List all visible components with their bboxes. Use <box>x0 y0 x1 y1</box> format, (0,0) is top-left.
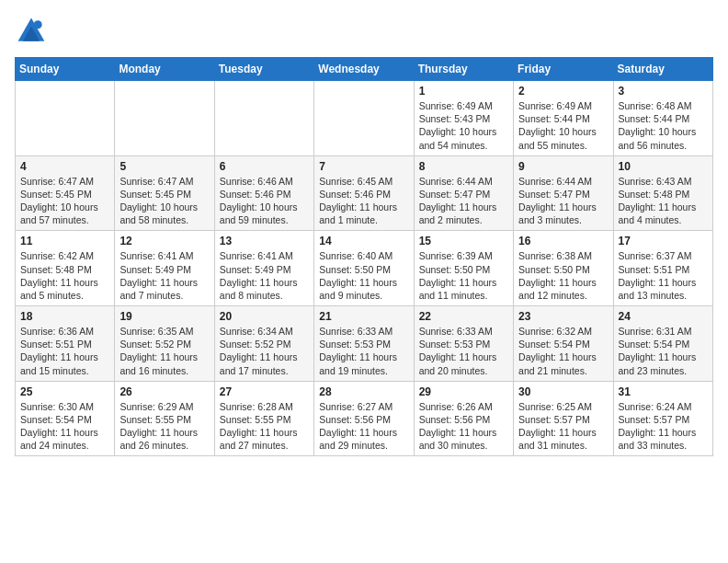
day-number: 13 <box>220 235 309 247</box>
day-info: Sunrise: 6:26 AM Sunset: 5:56 PM Dayligh… <box>419 400 508 453</box>
calendar-table: SundayMondayTuesdayWednesdayThursdayFrid… <box>15 57 713 456</box>
day-info: Sunrise: 6:29 AM Sunset: 5:55 PM Dayligh… <box>119 400 209 453</box>
day-number: 7 <box>319 160 408 173</box>
calendar-cell: 24Sunrise: 6:31 AM Sunset: 5:54 PM Dayli… <box>613 306 712 382</box>
day-info: Sunrise: 6:28 AM Sunset: 5:55 PM Dayligh… <box>220 400 309 453</box>
calendar-header-row: SundayMondayTuesdayWednesdayThursdayFrid… <box>16 58 713 81</box>
day-info: Sunrise: 6:33 AM Sunset: 5:53 PM Dayligh… <box>419 325 508 377</box>
calendar-cell: 6Sunrise: 6:46 AM Sunset: 5:46 PM Daylig… <box>214 155 313 231</box>
day-number: 4 <box>20 160 109 173</box>
calendar-cell <box>314 81 414 156</box>
day-info: Sunrise: 6:49 AM Sunset: 5:44 PM Dayligh… <box>518 99 608 152</box>
day-number: 8 <box>419 160 508 173</box>
day-number: 31 <box>619 385 708 398</box>
calendar-cell: 29Sunrise: 6:26 AM Sunset: 5:56 PM Dayli… <box>414 381 513 456</box>
calendar-cell: 8Sunrise: 6:44 AM Sunset: 5:47 PM Daylig… <box>414 155 513 231</box>
calendar-cell: 15Sunrise: 6:39 AM Sunset: 5:50 PM Dayli… <box>414 231 513 306</box>
calendar-cell: 9Sunrise: 6:44 AM Sunset: 5:47 PM Daylig… <box>514 155 613 231</box>
day-info: Sunrise: 6:47 AM Sunset: 5:45 PM Dayligh… <box>20 175 109 227</box>
calendar-cell: 25Sunrise: 6:30 AM Sunset: 5:54 PM Dayli… <box>16 381 115 456</box>
calendar-cell: 22Sunrise: 6:33 AM Sunset: 5:53 PM Dayli… <box>414 306 513 382</box>
calendar-cell: 10Sunrise: 6:43 AM Sunset: 5:48 PM Dayli… <box>613 155 712 231</box>
column-header-sunday: Sunday <box>16 58 115 81</box>
day-number: 20 <box>220 310 309 323</box>
svg-point-2 <box>34 20 42 29</box>
day-info: Sunrise: 6:35 AM Sunset: 5:52 PM Dayligh… <box>119 325 209 377</box>
day-info: Sunrise: 6:32 AM Sunset: 5:54 PM Dayligh… <box>518 325 608 377</box>
calendar-week-5: 25Sunrise: 6:30 AM Sunset: 5:54 PM Dayli… <box>16 381 713 456</box>
calendar-cell: 17Sunrise: 6:37 AM Sunset: 5:51 PM Dayli… <box>613 231 712 306</box>
day-info: Sunrise: 6:34 AM Sunset: 5:52 PM Dayligh… <box>220 325 309 377</box>
day-number: 17 <box>619 235 708 247</box>
day-number: 11 <box>20 235 109 247</box>
day-number: 15 <box>419 235 508 247</box>
day-info: Sunrise: 6:36 AM Sunset: 5:51 PM Dayligh… <box>20 325 109 377</box>
calendar-cell <box>115 81 214 156</box>
day-number: 18 <box>20 310 109 323</box>
day-number: 22 <box>419 310 508 323</box>
calendar-cell: 2Sunrise: 6:49 AM Sunset: 5:44 PM Daylig… <box>514 81 613 156</box>
day-info: Sunrise: 6:27 AM Sunset: 5:56 PM Dayligh… <box>319 400 408 453</box>
calendar-cell: 3Sunrise: 6:48 AM Sunset: 5:44 PM Daylig… <box>613 81 712 156</box>
day-info: Sunrise: 6:48 AM Sunset: 5:44 PM Dayligh… <box>619 99 708 152</box>
calendar-cell: 11Sunrise: 6:42 AM Sunset: 5:48 PM Dayli… <box>16 231 115 306</box>
day-number: 27 <box>220 385 309 398</box>
day-info: Sunrise: 6:33 AM Sunset: 5:53 PM Dayligh… <box>319 325 408 377</box>
calendar-cell: 19Sunrise: 6:35 AM Sunset: 5:52 PM Dayli… <box>115 306 214 382</box>
day-number: 30 <box>518 385 608 398</box>
calendar-cell: 7Sunrise: 6:45 AM Sunset: 5:46 PM Daylig… <box>314 155 414 231</box>
day-number: 16 <box>518 235 608 247</box>
calendar-cell: 26Sunrise: 6:29 AM Sunset: 5:55 PM Dayli… <box>115 381 214 456</box>
day-info: Sunrise: 6:41 AM Sunset: 5:49 PM Dayligh… <box>119 249 209 302</box>
day-number: 10 <box>619 160 708 173</box>
calendar-week-3: 11Sunrise: 6:42 AM Sunset: 5:48 PM Dayli… <box>16 231 713 306</box>
day-number: 19 <box>119 310 209 323</box>
day-number: 23 <box>518 310 608 323</box>
calendar-cell: 27Sunrise: 6:28 AM Sunset: 5:55 PM Dayli… <box>214 381 313 456</box>
page-header <box>15 15 713 48</box>
calendar-cell: 4Sunrise: 6:47 AM Sunset: 5:45 PM Daylig… <box>16 155 115 231</box>
calendar-week-2: 4Sunrise: 6:47 AM Sunset: 5:45 PM Daylig… <box>16 155 713 231</box>
day-info: Sunrise: 6:24 AM Sunset: 5:57 PM Dayligh… <box>619 400 708 453</box>
day-number: 21 <box>319 310 408 323</box>
calendar-cell: 13Sunrise: 6:41 AM Sunset: 5:49 PM Dayli… <box>214 231 313 306</box>
calendar-cell <box>16 81 115 156</box>
calendar-cell: 30Sunrise: 6:25 AM Sunset: 5:57 PM Dayli… <box>514 381 613 456</box>
calendar-cell: 5Sunrise: 6:47 AM Sunset: 5:45 PM Daylig… <box>115 155 214 231</box>
day-info: Sunrise: 6:37 AM Sunset: 5:51 PM Dayligh… <box>619 249 708 302</box>
day-number: 25 <box>20 385 109 398</box>
calendar-cell: 28Sunrise: 6:27 AM Sunset: 5:56 PM Dayli… <box>314 381 414 456</box>
day-info: Sunrise: 6:47 AM Sunset: 5:45 PM Dayligh… <box>119 175 209 227</box>
calendar-cell: 31Sunrise: 6:24 AM Sunset: 5:57 PM Dayli… <box>613 381 712 456</box>
day-info: Sunrise: 6:44 AM Sunset: 5:47 PM Dayligh… <box>518 175 608 227</box>
logo <box>15 15 53 48</box>
column-header-saturday: Saturday <box>613 58 712 81</box>
calendar-cell: 16Sunrise: 6:38 AM Sunset: 5:50 PM Dayli… <box>514 231 613 306</box>
day-number: 28 <box>319 385 408 398</box>
day-info: Sunrise: 6:45 AM Sunset: 5:46 PM Dayligh… <box>319 175 408 227</box>
day-info: Sunrise: 6:42 AM Sunset: 5:48 PM Dayligh… <box>20 249 109 302</box>
day-info: Sunrise: 6:38 AM Sunset: 5:50 PM Dayligh… <box>518 249 608 302</box>
day-info: Sunrise: 6:41 AM Sunset: 5:49 PM Dayligh… <box>220 249 309 302</box>
calendar-week-1: 1Sunrise: 6:49 AM Sunset: 5:43 PM Daylig… <box>16 81 713 156</box>
logo-icon <box>15 15 48 48</box>
day-number: 24 <box>619 310 708 323</box>
day-number: 29 <box>419 385 508 398</box>
column-header-tuesday: Tuesday <box>214 58 313 81</box>
calendar-week-4: 18Sunrise: 6:36 AM Sunset: 5:51 PM Dayli… <box>16 306 713 382</box>
column-header-monday: Monday <box>115 58 214 81</box>
day-number: 2 <box>518 85 608 98</box>
day-number: 14 <box>319 235 408 247</box>
day-number: 12 <box>119 235 209 247</box>
column-header-wednesday: Wednesday <box>314 58 414 81</box>
day-number: 5 <box>119 160 209 173</box>
day-info: Sunrise: 6:49 AM Sunset: 5:43 PM Dayligh… <box>419 99 508 152</box>
day-number: 9 <box>518 160 608 173</box>
calendar-cell: 12Sunrise: 6:41 AM Sunset: 5:49 PM Dayli… <box>115 231 214 306</box>
day-info: Sunrise: 6:39 AM Sunset: 5:50 PM Dayligh… <box>419 249 508 302</box>
day-info: Sunrise: 6:30 AM Sunset: 5:54 PM Dayligh… <box>20 400 109 453</box>
calendar-cell: 14Sunrise: 6:40 AM Sunset: 5:50 PM Dayli… <box>314 231 414 306</box>
day-number: 26 <box>119 385 209 398</box>
column-header-friday: Friday <box>514 58 613 81</box>
calendar-cell: 23Sunrise: 6:32 AM Sunset: 5:54 PM Dayli… <box>514 306 613 382</box>
